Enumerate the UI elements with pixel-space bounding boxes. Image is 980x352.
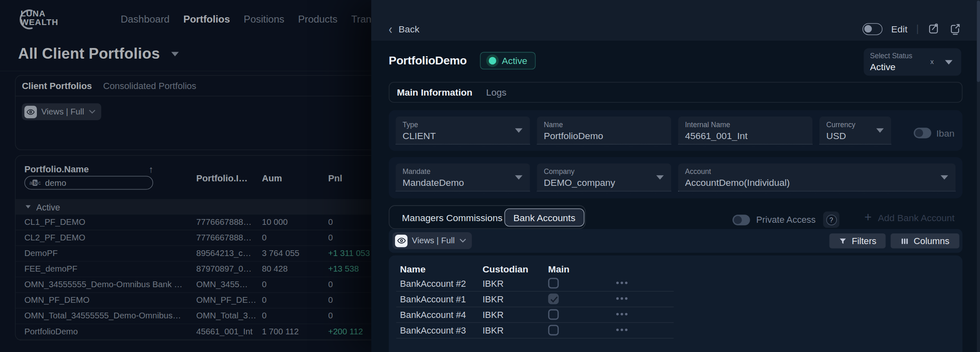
main-checkbox[interactable] [548,325,559,336]
field-label: Account [685,168,949,175]
drawer-body: PortfolioDemo Active Select Status Activ… [371,41,980,352]
back-button[interactable]: ‹ Back [389,17,420,41]
row-menu-icon[interactable] [616,297,627,300]
separator: | [916,23,919,34]
field-value: 45661_001_Int [685,130,806,141]
field-company[interactable]: CompanyDEMO_company [537,163,671,192]
eye-icon [395,234,408,247]
private-access-toggle[interactable] [733,214,750,225]
field-internal-name[interactable]: Internal Name45661_001_Int [678,117,812,145]
field-currency[interactable]: CurrencyUSD [819,117,891,145]
main-checkbox[interactable] [548,278,559,288]
form-section-1: TypeCLIENTNamePortfolioDemoInternal Name… [389,110,962,151]
field-label: Name [544,121,665,128]
funnel-icon [839,237,847,245]
scrollbar[interactable] [977,0,980,352]
field-account[interactable]: AccountAccountDemo(Individual) [678,163,955,192]
bank-name: BankAccount #2 [400,279,466,288]
field-value: PortfolioDemo [544,130,665,141]
form-section-2: MandateMandateDemoCompanyDEMO_companyAcc… [389,157,962,199]
iban-toggle[interactable] [914,128,931,138]
drawer-tab-main-information[interactable]: Main Information [397,87,472,98]
status-dot-icon [489,57,496,64]
screen: LUNA WEALTH DashboardPortfoliosPositions… [0,0,980,352]
field-type[interactable]: TypeCLIENT [396,117,530,145]
drawer-tabs: Main InformationLogs [389,82,962,103]
subtabs: Managers Commissions Bank Accounts [389,205,586,229]
bank-rows: BankAccount #2IBKRBankAccount #1IBKRBank… [389,276,962,339]
main-checkbox[interactable] [548,309,559,320]
dropdown-caret-icon [656,175,664,180]
field-label: Mandate [402,168,524,175]
toggle-knob [734,216,742,224]
bank-name: BankAccount #3 [400,325,466,335]
bank-account-row[interactable]: BankAccount #1IBKR [389,292,962,307]
add-bank-account-button[interactable]: + Add Bank Account [864,210,955,225]
bank-custodian: IBKR [483,279,504,288]
bank-custodian: IBKR [483,310,504,320]
toggle-knob [864,25,872,32]
edit-label: Edit [891,23,907,34]
toggle-knob [915,129,923,137]
bank-custodian: IBKR [483,294,504,304]
field-value: AccountDemo(Individual) [685,177,949,188]
copy-link-icon[interactable] [928,23,940,35]
row-menu-icon[interactable] [616,329,627,331]
column-header-name[interactable]: Name [400,263,425,274]
tab-managers-commissions[interactable]: Managers Commissions [402,212,502,223]
drawer-topbar: ‹ Back Edit | [371,0,980,41]
bank-name: BankAccount #1 [400,294,466,304]
dropdown-caret-icon [515,128,522,133]
chevron-left-icon: ‹ [389,22,392,36]
columns-button[interactable]: Columns [891,233,960,249]
drawer-title: PortfolioDemo [389,53,467,67]
tab-bank-accounts[interactable]: Bank Accounts [504,208,584,226]
edit-toggle[interactable] [862,23,882,35]
dropdown-caret-icon [876,128,884,133]
row-menu-icon[interactable] [616,281,627,284]
row-menu-icon[interactable] [616,313,627,315]
filters-button[interactable]: Filters [829,233,885,249]
clear-icon[interactable]: x [930,57,934,65]
dropdown-caret-icon [515,175,522,180]
columns-icon [901,237,909,245]
bank-accounts-table: Name Custodian Main BankAccount #2IBKRBa… [389,255,962,352]
field-name[interactable]: NamePortfolioDemo [537,117,671,145]
views-dropdown[interactable]: Views | Full [392,232,472,249]
field-value: CLIENT [402,130,524,141]
help-icon[interactable]: ? [823,212,839,228]
table-toolbar: Views | Full Filters Columns [389,229,962,253]
app: LUNA WEALTH DashboardPortfoliosPositions… [0,0,980,352]
column-header-custodian[interactable]: Custodian [483,263,529,274]
field-value: DEMO_company [544,177,665,188]
open-external-icon[interactable] [949,23,962,35]
private-access-label: Private Access [756,215,816,224]
field-value: MandateDemo [402,177,524,188]
drawer-tab-logs[interactable]: Logs [486,87,507,98]
main-checkbox[interactable] [548,293,559,304]
dropdown-caret-icon [941,175,948,180]
portfolio-detail-drawer: ‹ Back Edit | PortfolioDemo Active Selec… [371,0,980,352]
field-label: Internal Name [685,121,806,128]
bank-custodian: IBKR [483,325,504,335]
field-mandate[interactable]: MandateMandateDemo [396,163,530,192]
views-label: Views | Full [412,236,455,245]
column-header-main[interactable]: Main [548,263,569,274]
chevron-down-icon [459,238,466,243]
field-label: Type [402,121,524,128]
dropdown-caret-icon[interactable] [945,60,953,64]
bank-name: BankAccount #4 [400,310,466,320]
bank-account-row[interactable]: BankAccount #4IBKR [389,307,962,323]
iban-label: Iban [936,128,955,138]
status-select[interactable]: Select Status Active x [864,48,961,75]
bank-account-row[interactable]: BankAccount #3IBKR [389,323,962,338]
field-label: Company [544,168,665,175]
status-badge: Active [480,52,535,69]
bank-account-row[interactable]: BankAccount #2IBKR [389,276,962,292]
plus-icon: + [864,210,872,225]
field-label: Currency [826,121,885,128]
scrollbar-thumb[interactable] [977,1,980,82]
